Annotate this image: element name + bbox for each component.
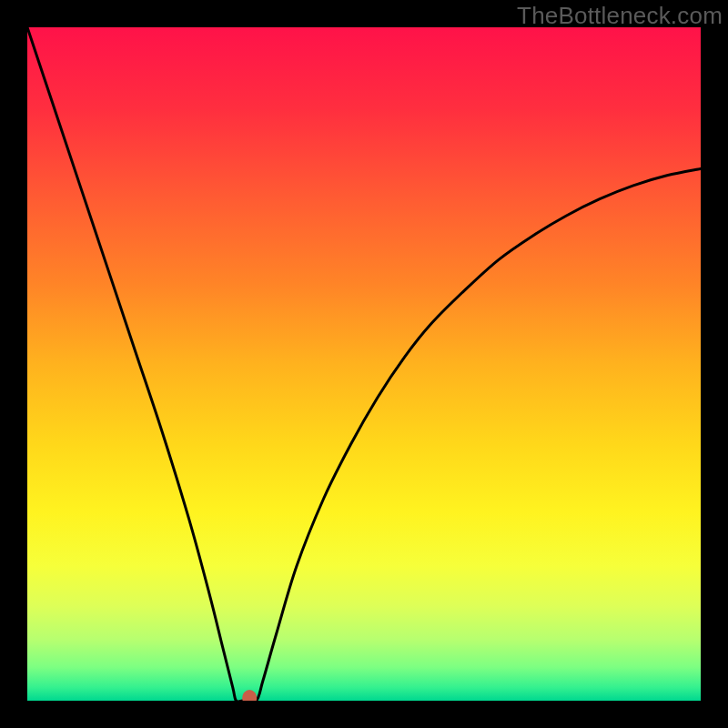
chart-svg — [27, 27, 701, 701]
watermark-text: TheBottleneck.com — [517, 2, 723, 30]
plot-area — [27, 27, 701, 701]
gradient-background — [27, 27, 701, 701]
chart-frame: TheBottleneck.com — [0, 0, 728, 728]
